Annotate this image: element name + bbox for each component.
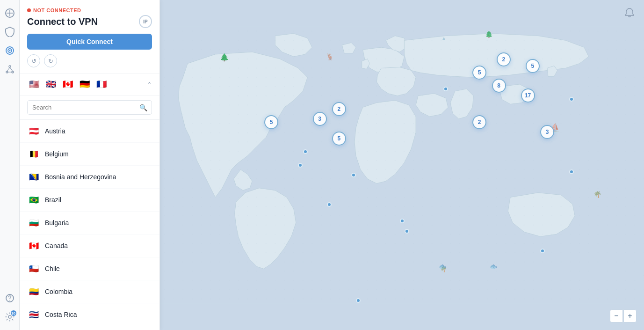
- zoom-in-button[interactable]: +: [623, 309, 637, 323]
- svg-text:🦌: 🦌: [326, 53, 334, 61]
- country-item-croatia[interactable]: 🇭🇷 Croatia: [20, 326, 159, 330]
- shield-icon[interactable]: [2, 24, 17, 39]
- svg-text:▲: ▲: [441, 35, 447, 42]
- settings-icon[interactable]: 10: [2, 309, 17, 324]
- country-name-belgium: Belgium: [45, 150, 69, 158]
- svg-rect-12: [160, 27, 644, 303]
- flag-chile: 🇨🇱: [27, 262, 40, 275]
- country-list: 🇦🇹 Austria 🇧🇪 Belgium 🇧🇦 Bosnia and Herz…: [20, 120, 159, 330]
- search-input[interactable]: [27, 100, 152, 115]
- map-node-10[interactable]: 5: [332, 132, 346, 146]
- status-text: NOT CONNECTED: [33, 7, 81, 13]
- map-node-9[interactable]: 2: [332, 102, 346, 116]
- map-dot-2: [351, 173, 356, 177]
- flag-austria: 🇦🇹: [27, 125, 40, 138]
- country-name-brazil: Brazil: [45, 196, 61, 204]
- country-item-chile[interactable]: 🇨🇱 Chile: [20, 257, 159, 280]
- icon-bar: 10: [0, 0, 20, 330]
- svg-text:🐟: 🐟: [439, 263, 447, 271]
- flag-belgium: 🇧🇪: [27, 147, 40, 161]
- country-name-canada: Canada: [45, 242, 68, 249]
- country-name-costa_rica: Costa Rica: [45, 311, 77, 318]
- search-icon: 🔍: [139, 104, 147, 111]
- country-name-austria: Austria: [45, 127, 65, 135]
- flag-fr[interactable]: 🇫🇷: [94, 77, 109, 91]
- flag-de[interactable]: 🇩🇪: [78, 77, 92, 91]
- country-item-bosnia[interactable]: 🇧🇦 Bosnia and Herzegovina: [20, 166, 159, 189]
- svg-text:🌴: 🌴: [593, 191, 602, 198]
- back-button[interactable]: ↺: [27, 54, 40, 67]
- flag-ca[interactable]: 🇨🇦: [61, 77, 75, 91]
- page-title: Connect to VPN: [27, 16, 98, 27]
- map-node-1[interactable]: 5: [526, 59, 540, 73]
- map-dot-6: [569, 97, 574, 102]
- flag-gb[interactable]: 🇬🇧: [44, 77, 58, 91]
- map-node-0[interactable]: 2: [497, 52, 511, 66]
- map-node-8[interactable]: 5: [264, 115, 278, 129]
- zoom-out-button[interactable]: −: [610, 309, 623, 323]
- map-dot-8: [540, 249, 545, 253]
- map-dot-7: [569, 169, 574, 174]
- country-item-bulgaria[interactable]: 🇧🇬 Bulgaria: [20, 212, 159, 235]
- svg-text:🌲: 🌲: [220, 53, 229, 62]
- flag-canada: 🇨🇦: [27, 239, 40, 252]
- search-container: 🔍: [20, 95, 159, 120]
- map-dot-9: [356, 298, 361, 303]
- ip-button[interactable]: IP: [139, 15, 152, 28]
- map-dot-3: [400, 219, 405, 223]
- map-node-7[interactable]: 3: [313, 112, 327, 126]
- notification-bell[interactable]: [622, 6, 637, 20]
- country-item-colombia[interactable]: 🇨🇴 Colombia: [20, 280, 159, 303]
- side-panel: NOT CONNECTED Connect to VPN IP Quick Co…: [20, 0, 160, 330]
- country-name-colombia: Colombia: [45, 288, 72, 295]
- map-node-2[interactable]: 5: [472, 66, 486, 80]
- zoom-controls: − +: [610, 309, 637, 323]
- country-item-brazil[interactable]: 🇧🇷 Brazil: [20, 189, 159, 212]
- svg-point-8: [9, 300, 10, 301]
- svg-point-3: [9, 50, 10, 51]
- map-dot-1: [327, 202, 332, 207]
- status-badge: NOT CONNECTED: [27, 7, 152, 13]
- connect-controls: ↺ ↻: [27, 54, 152, 67]
- country-item-austria[interactable]: 🇦🇹 Austria: [20, 120, 159, 143]
- panel-header: NOT CONNECTED Connect to VPN IP Quick Co…: [20, 0, 159, 73]
- country-name-bosnia: Bosnia and Herzegovina: [45, 173, 116, 181]
- map-dot-5: [443, 87, 448, 91]
- country-name-bulgaria: Bulgaria: [45, 219, 69, 227]
- map-area[interactable]: 🌲 🌲 ▲ ▲ 🦌 🦌 🐘 ⛵ ⛵ 🌴 🌴 🌴 🐟 🐟 255817233525…: [160, 0, 644, 330]
- map-node-4[interactable]: 17: [521, 88, 535, 103]
- country-item-belgium[interactable]: 🇧🇪 Belgium: [20, 143, 159, 166]
- logo-icon[interactable]: [2, 6, 17, 21]
- refresh-button[interactable]: ↻: [44, 54, 57, 67]
- map-dot-10: [303, 149, 308, 154]
- flag-bulgaria: 🇧🇬: [27, 216, 40, 229]
- svg-text:🌲: 🌲: [485, 30, 493, 38]
- map-dot-4: [405, 229, 409, 234]
- network-icon[interactable]: [2, 62, 17, 77]
- flag-brazil: 🇧🇷: [27, 193, 40, 206]
- title-row: Connect to VPN IP: [27, 15, 152, 28]
- svg-point-9: [8, 315, 11, 318]
- map-dot-0: [298, 163, 303, 168]
- flag-row: 🇺🇸 🇬🇧 🇨🇦 🇩🇪 🇫🇷 ⌃: [20, 73, 159, 95]
- help-icon[interactable]: [2, 291, 17, 306]
- target-icon[interactable]: [2, 43, 17, 58]
- quick-connect-button[interactable]: Quick Connect: [27, 34, 152, 50]
- flag-costa_rica: 🇨🇷: [27, 308, 40, 321]
- chevron-up-icon[interactable]: ⌃: [147, 81, 152, 88]
- status-dot: [27, 8, 31, 12]
- flag-us[interactable]: 🇺🇸: [27, 77, 41, 91]
- svg-point-4: [9, 66, 11, 67]
- country-name-chile: Chile: [45, 265, 60, 272]
- country-item-costa_rica[interactable]: 🇨🇷 Costa Rica: [20, 303, 159, 326]
- flag-bosnia: 🇧🇦: [27, 170, 40, 183]
- flag-colombia: 🇨🇴: [27, 285, 40, 298]
- map-node-3[interactable]: 8: [492, 79, 506, 93]
- world-map: 🌲 🌲 ▲ ▲ 🦌 🦌 🐘 ⛵ ⛵ 🌴 🌴 🌴 🐟 🐟: [160, 0, 644, 330]
- country-item-canada[interactable]: 🇨🇦 Canada: [20, 235, 159, 257]
- svg-text:🐟: 🐟: [490, 263, 498, 271]
- map-node-5[interactable]: 2: [472, 115, 486, 129]
- map-node-6[interactable]: 3: [540, 125, 554, 139]
